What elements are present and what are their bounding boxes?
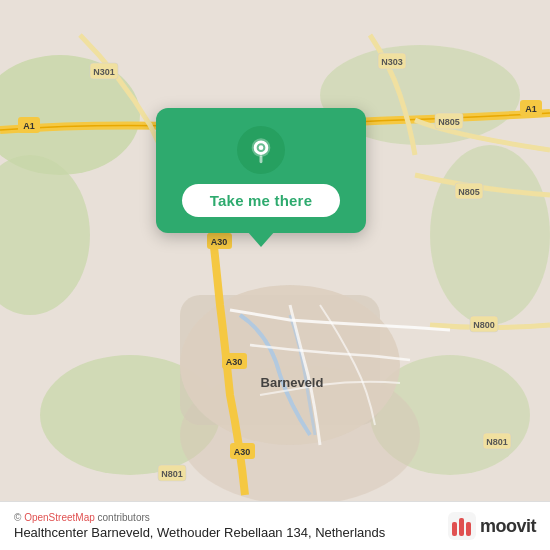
svg-text:A1: A1 (23, 121, 35, 131)
svg-rect-41 (452, 522, 457, 536)
map-container: A1 A1 N301 N303 N805 N805 A1 A30 A30 (0, 0, 550, 550)
svg-text:Barneveld: Barneveld (261, 375, 324, 390)
svg-text:N805: N805 (458, 187, 480, 197)
svg-text:N801: N801 (486, 437, 508, 447)
svg-text:N303: N303 (381, 57, 403, 67)
location-icon-wrapper (237, 126, 285, 174)
footer-attribution: © OpenStreetMap contributors (14, 512, 385, 523)
footer-left: © OpenStreetMap contributors Healthcente… (14, 512, 385, 540)
svg-rect-42 (459, 518, 464, 536)
popup-card: Take me there (156, 108, 366, 233)
moovit-icon (448, 512, 476, 540)
svg-point-5 (430, 145, 550, 325)
take-me-there-button[interactable]: Take me there (182, 184, 340, 217)
svg-text:A1: A1 (525, 104, 537, 114)
svg-text:N801: N801 (161, 469, 183, 479)
address-line1: Healthcenter Barneveld, Wethouder Rebell… (14, 525, 312, 540)
map-background: A1 A1 N301 N303 N805 N805 A1 A30 A30 (0, 0, 550, 550)
osm-copyright: © (14, 512, 24, 523)
svg-text:A30: A30 (234, 447, 251, 457)
svg-point-39 (259, 145, 264, 150)
osm-contributors: contributors (98, 512, 150, 523)
footer-address: Healthcenter Barneveld, Wethouder Rebell… (14, 525, 385, 540)
svg-text:N301: N301 (93, 67, 115, 77)
svg-text:N805: N805 (438, 117, 460, 127)
footer-bar: © OpenStreetMap contributors Healthcente… (0, 501, 550, 550)
svg-text:N800: N800 (473, 320, 495, 330)
osm-link[interactable]: OpenStreetMap (24, 512, 95, 523)
moovit-text: moovit (480, 516, 536, 537)
svg-text:A30: A30 (211, 237, 228, 247)
location-pin-icon (247, 136, 275, 164)
moovit-logo: moovit (448, 512, 536, 540)
svg-rect-43 (466, 522, 471, 536)
svg-text:A30: A30 (226, 357, 243, 367)
address-line2: Netherlands (315, 525, 385, 540)
